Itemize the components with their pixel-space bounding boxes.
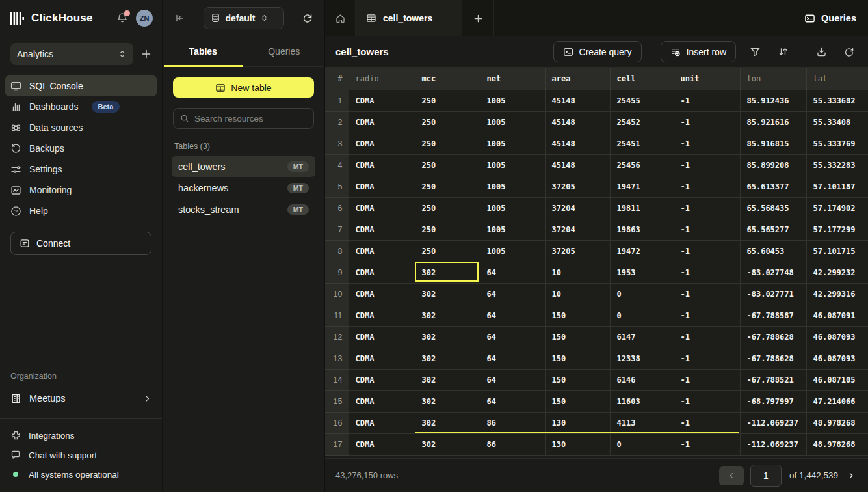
- grid-cell[interactable]: 0: [610, 305, 674, 326]
- grid-cell[interactable]: -67.788521: [740, 369, 806, 390]
- row-number[interactable]: 8: [325, 240, 349, 262]
- grid-cell[interactable]: 12338: [610, 348, 674, 369]
- grid-cell[interactable]: 250: [415, 176, 480, 197]
- next-page-button[interactable]: [845, 469, 858, 482]
- sidebar-item-sql-console[interactable]: SQL Console: [5, 75, 157, 96]
- grid-cell[interactable]: 19811: [610, 197, 674, 219]
- grid-cell[interactable]: -1: [674, 283, 740, 305]
- grid-cell[interactable]: -67.788628: [740, 348, 806, 369]
- sidebar-item-data-sources[interactable]: Data sources: [5, 117, 157, 138]
- grid-cell[interactable]: -83.027748: [740, 262, 806, 283]
- grid-cell[interactable]: 4113: [610, 412, 674, 433]
- grid-cell[interactable]: 130: [545, 412, 610, 433]
- grid-cell[interactable]: 64: [480, 348, 545, 369]
- grid-cell[interactable]: 250: [415, 111, 480, 133]
- grid-cell[interactable]: -1: [674, 111, 740, 133]
- grid-cell[interactable]: 64: [480, 305, 545, 326]
- grid-cell[interactable]: 37205: [545, 240, 610, 262]
- grid-cell[interactable]: 37204: [545, 219, 610, 240]
- column-header-mcc[interactable]: mcc: [415, 68, 480, 90]
- grid-cell[interactable]: CDMA: [349, 369, 415, 390]
- grid-cell[interactable]: -1: [674, 90, 740, 111]
- tab-cell-towers[interactable]: cell_towers: [356, 0, 462, 36]
- grid-cell[interactable]: 6146: [610, 369, 674, 390]
- grid-cell[interactable]: -67.788587: [740, 305, 806, 326]
- row-number[interactable]: 9: [325, 262, 349, 283]
- table-list-item-stocks-stream[interactable]: stocks_stream MT: [172, 199, 315, 220]
- grid-cell[interactable]: 1005: [480, 111, 545, 133]
- grid-cell[interactable]: 25451: [610, 133, 674, 154]
- grid-cell[interactable]: 57.101187: [806, 176, 868, 197]
- search-input[interactable]: [194, 114, 307, 124]
- grid-cell[interactable]: 302: [415, 369, 480, 390]
- avatar[interactable]: ZN: [136, 10, 153, 27]
- sidebar-item-dashboards[interactable]: Dashboards Beta: [5, 96, 157, 117]
- grid-cell[interactable]: 250: [415, 154, 480, 176]
- grid-cell[interactable]: 48.978268: [806, 412, 868, 433]
- grid-cell[interactable]: 46.087105: [806, 369, 868, 390]
- grid-cell[interactable]: 10: [545, 283, 610, 305]
- grid-cell[interactable]: -67.788628: [740, 326, 806, 348]
- grid-cell[interactable]: 46.087093: [806, 348, 868, 369]
- sidebar-item-meetups[interactable]: Meetups: [0, 387, 162, 409]
- grid-cell[interactable]: 302: [415, 390, 480, 412]
- grid-cell[interactable]: 250: [415, 133, 480, 154]
- grid-cell[interactable]: 25452: [610, 111, 674, 133]
- refresh-tables-button[interactable]: [302, 13, 313, 23]
- sidebar-item-settings[interactable]: Settings: [5, 159, 157, 180]
- grid-cell[interactable]: 57.174902: [806, 197, 868, 219]
- grid-cell[interactable]: 10: [545, 262, 610, 283]
- grid-cell[interactable]: 25456: [610, 154, 674, 176]
- grid-cell[interactable]: 46.087091: [806, 305, 868, 326]
- grid-cell[interactable]: -112.069237: [740, 433, 806, 455]
- grid-cell[interactable]: -1: [674, 326, 740, 348]
- grid-cell[interactable]: CDMA: [349, 154, 415, 176]
- tab-tables[interactable]: Tables: [163, 36, 244, 66]
- grid-cell[interactable]: 64: [480, 326, 545, 348]
- grid-cell[interactable]: 150: [545, 305, 610, 326]
- row-number[interactable]: 7: [325, 219, 349, 240]
- grid-cell[interactable]: 11603: [610, 390, 674, 412]
- grid-cell[interactable]: -1: [674, 348, 740, 369]
- system-status[interactable]: All systems operational: [0, 465, 162, 484]
- grid-cell[interactable]: 85.921616: [740, 111, 806, 133]
- grid-cell[interactable]: -1: [674, 240, 740, 262]
- grid-cell[interactable]: 250: [415, 219, 480, 240]
- grid-cell[interactable]: 302: [415, 348, 480, 369]
- grid-cell[interactable]: 64: [480, 369, 545, 390]
- row-number[interactable]: 10: [325, 283, 349, 305]
- database-select[interactable]: default: [204, 7, 284, 29]
- row-number[interactable]: 11: [325, 305, 349, 326]
- table-list-item-hackernews[interactable]: hackernews MT: [172, 178, 315, 198]
- grid-cell[interactable]: CDMA: [349, 90, 415, 111]
- grid-cell[interactable]: 64: [480, 262, 545, 283]
- grid-cell[interactable]: 1005: [480, 133, 545, 154]
- grid-cell[interactable]: -1: [674, 305, 740, 326]
- sidebar-item-chat-support[interactable]: Chat with support: [0, 445, 162, 465]
- create-query-button[interactable]: Create query: [553, 41, 642, 62]
- grid-cell[interactable]: 25455: [610, 90, 674, 111]
- grid-cell[interactable]: CDMA: [349, 283, 415, 305]
- grid-cell[interactable]: -1: [674, 154, 740, 176]
- grid-cell[interactable]: 302: [415, 433, 480, 455]
- row-number[interactable]: 1: [325, 90, 349, 111]
- grid-cell[interactable]: 150: [545, 390, 610, 412]
- grid-cell[interactable]: 150: [545, 348, 610, 369]
- grid-cell[interactable]: 46.087093: [806, 326, 868, 348]
- row-number[interactable]: 3: [325, 133, 349, 154]
- grid-cell[interactable]: CDMA: [349, 412, 415, 433]
- grid-cell[interactable]: -1: [674, 412, 740, 433]
- grid-cell[interactable]: 6147: [610, 326, 674, 348]
- row-number[interactable]: 17: [325, 433, 349, 455]
- grid-cell[interactable]: 85.912436: [740, 90, 806, 111]
- grid-cell[interactable]: 45148: [545, 111, 610, 133]
- grid-cell[interactable]: 250: [415, 90, 480, 111]
- connect-button[interactable]: Connect: [10, 232, 151, 255]
- grid-cell[interactable]: 55.332283: [806, 154, 868, 176]
- grid-cell[interactable]: 150: [545, 326, 610, 348]
- home-button[interactable]: [325, 0, 356, 36]
- refresh-grid-button[interactable]: [839, 42, 859, 62]
- grid-cell[interactable]: -1: [674, 176, 740, 197]
- notifications-button[interactable]: [116, 12, 128, 24]
- grid-cell[interactable]: 45148: [545, 90, 610, 111]
